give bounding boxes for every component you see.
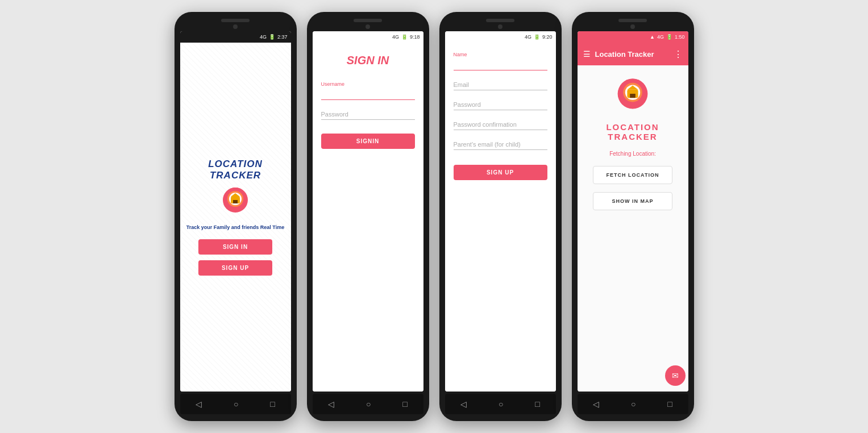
location-pin-icon-4 [616,77,650,118]
bottom-nav-1: ◁ ○ □ [180,394,291,414]
phone-speaker-1 [221,19,250,22]
recents-icon-3[interactable]: □ [535,399,539,409]
password-group-3: Password [454,99,547,110]
bottom-nav-3: ◁ ○ □ [445,394,556,414]
phone-screen-1: 4G 🔋 2:37 LOCATION TRACKER Track your Fa… [180,31,291,392]
name-input[interactable] [454,60,547,70]
signin-button-splash[interactable]: SIGN IN [198,239,272,255]
app-title-splash: LOCATION TRACKER [186,159,285,181]
status-bar-4: ▲ 4G 🔋 1:50 [578,31,688,43]
password-placeholder: Password [321,109,415,120]
phone-top-bar-3 [444,19,557,29]
phone-top-bar-4 [576,19,690,29]
username-input[interactable] [321,89,415,100]
app-toolbar: ☰ Location Tracker ⋮ [578,43,688,65]
phone-speaker-2 [354,19,382,22]
phone-speaker-3 [486,19,514,22]
signal-icon-4: 4G [657,34,664,40]
phone-camera-3 [498,24,502,29]
password-group: Password [321,109,415,120]
mail-icon: ✉ [672,371,679,380]
bottom-nav-2: ◁ ○ □ [313,394,423,414]
signup-button[interactable]: SIGN UP [454,165,547,180]
phone-1: 4G 🔋 2:37 LOCATION TRACKER Track your Fa… [175,12,297,421]
signup-content: Name Email Password Password confirmatio… [445,43,556,392]
status-time-3: 9:20 [542,34,553,40]
fetching-label: Fetching Location: [609,151,656,157]
tagline-text: Track your Family and friends Real Time [186,224,284,230]
phone-top-bar-2 [312,19,425,29]
back-icon-3[interactable]: ◁ [460,399,467,409]
recents-icon-1[interactable]: □ [270,399,275,409]
signin-content: SIGN IN Username Password SIGNIN [313,43,423,392]
dashboard-content: LOCATION TRACKER Fetching Location: FETC… [578,65,688,392]
home-icon-2[interactable]: ○ [366,399,371,409]
username-group: Username [321,81,415,100]
parent-email-placeholder: Parent's email (for child) [454,139,547,150]
name-label: Name [454,52,547,57]
back-icon-2[interactable]: ◁ [328,399,334,409]
recents-icon-4[interactable]: □ [667,399,672,409]
status-time-2: 9:18 [410,34,420,40]
back-icon-4[interactable]: ◁ [593,399,599,409]
status-bar-1: 4G 🔋 2:37 [180,31,291,43]
bottom-nav-4: ◁ ○ □ [578,394,688,414]
toolbar-title: Location Tracker [595,50,669,59]
email-placeholder: Email [454,80,547,90]
phone-speaker-4 [618,19,647,22]
password-placeholder-3: Password [454,99,547,110]
signal-icon-3: 4G [525,34,531,40]
phone-screen-2: 4G 🔋 9:18 SIGN IN Username Password SIGN… [313,31,423,392]
username-label: Username [321,81,415,87]
password-confirm-group: Password confirmation [454,119,547,130]
battery-icon-4: 🔋 [666,34,672,40]
battery-icon-1: 🔋 [269,34,275,40]
signal-icon-2: 4G [392,34,399,40]
home-icon-3[interactable]: ○ [499,399,503,409]
battery-icon-2: 🔋 [401,34,408,40]
password-confirm-placeholder: Password confirmation [454,119,547,130]
phone-screen-3: 4G 🔋 9:20 Name Email Password Password c… [445,31,556,392]
location-pin-icon-1 [221,186,250,220]
status-bar-3: 4G 🔋 9:20 [445,31,556,43]
phone-camera-2 [366,24,370,29]
back-icon-1[interactable]: ◁ [196,399,202,409]
home-icon-1[interactable]: ○ [234,399,238,409]
phone-top-bar-1 [179,19,292,29]
svg-rect-10 [630,94,636,98]
parent-email-group: Parent's email (for child) [454,139,547,150]
signup-button-splash[interactable]: SIGN UP [198,260,272,276]
app-title-dashboard: LOCATION TRACKER [586,122,680,141]
status-time-1: 2:37 [277,34,288,40]
phone-2: 4G 🔋 9:18 SIGN IN Username Password SIGN… [307,12,429,421]
status-time-4: 1:50 [675,34,685,40]
splash-content: LOCATION TRACKER Track your Family and f… [180,43,291,392]
fetch-location-button[interactable]: FETCH LOCATION [593,166,672,184]
email-group: Email [454,80,547,90]
recents-icon-2[interactable]: □ [402,399,407,409]
status-bar-2: 4G 🔋 9:18 [313,31,423,43]
signin-button[interactable]: SIGNIN [321,134,415,149]
phone-camera-4 [630,24,635,29]
phone-4: ▲ 4G 🔋 1:50 ☰ Location Tracker ⋮ LOCATIO… [572,12,694,421]
name-group: Name [454,52,547,70]
home-icon-4[interactable]: ○ [631,399,636,409]
phone-3: 4G 🔋 9:20 Name Email Password Password c… [439,12,562,421]
more-icon[interactable]: ⋮ [674,49,683,60]
svg-rect-4 [233,200,238,203]
phone-camera-1 [233,24,238,29]
menu-icon[interactable]: ☰ [583,49,591,59]
show-in-map-button[interactable]: SHOW IN MAP [593,192,672,210]
fab-mail[interactable]: ✉ [665,365,686,386]
signin-title: SIGN IN [347,54,389,67]
battery-icon-3: 🔋 [534,34,540,40]
signal-icon-1: 4G [260,34,267,40]
phone-screen-4: ▲ 4G 🔋 1:50 ☰ Location Tracker ⋮ LOCATIO… [578,31,688,392]
wifi-icon-4: ▲ [650,34,655,40]
